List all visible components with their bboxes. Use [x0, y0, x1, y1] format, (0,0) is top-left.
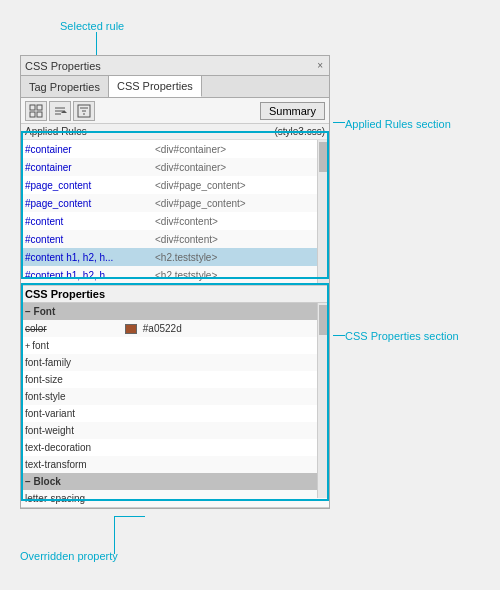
svg-rect-2	[30, 112, 35, 117]
close-button[interactable]: ×	[315, 60, 325, 71]
tab-css-properties[interactable]: CSS Properties	[109, 76, 202, 97]
css-props-scroll[interactable]: − Font color #a0522d +font fo	[21, 303, 329, 508]
scrollbar-thumb	[319, 142, 329, 172]
overridden-vline	[114, 516, 115, 554]
table-row[interactable]: #container <div#container>	[21, 158, 329, 176]
applied-rules-scroll[interactable]: #container <div#container> #container <d…	[21, 140, 329, 285]
selected-rule-annotation: Selected rule	[60, 20, 124, 32]
css-props-line	[333, 335, 345, 336]
tab-bar: Tag Properties CSS Properties	[21, 76, 329, 98]
css-prop-color[interactable]: color #a0522d	[21, 320, 329, 337]
css-properties-annotation: CSS Properties section	[345, 330, 459, 342]
grid-icon	[29, 104, 43, 118]
css-prop-text-decoration[interactable]: text-decoration	[21, 439, 329, 456]
table-row[interactable]: #content <div#content>	[21, 230, 329, 248]
view-btn-1[interactable]	[25, 101, 47, 121]
main-panel: CSS Properties × Tag Properties CSS Prop…	[20, 55, 330, 509]
title-bar: CSS Properties ×	[21, 56, 329, 76]
sort-btn[interactable]	[49, 101, 71, 121]
css-prop-text-transform[interactable]: text-transform	[21, 456, 329, 473]
panel-title: CSS Properties	[25, 60, 101, 72]
css-props-scrollbar-thumb	[319, 305, 329, 335]
table-row-selected[interactable]: #content h1, h2, h... <h2.teststyle>	[21, 248, 329, 266]
table-row[interactable]: #container <div#container>	[21, 140, 329, 158]
applied-rules-scrollbar[interactable]	[317, 140, 329, 284]
table-row[interactable]: #page_content <div#page_content>	[21, 194, 329, 212]
table-row[interactable]: #page_content <div#page_content>	[21, 176, 329, 194]
applied-rules-header: Applied Rules (style3.css)	[21, 124, 329, 140]
css-group-font: − Font	[21, 303, 329, 320]
css-prop-font-size[interactable]: font-size	[21, 371, 329, 388]
applied-rules-table: #container <div#container> #container <d…	[21, 140, 329, 284]
css-props-table: − Font color #a0522d +font fo	[21, 303, 329, 507]
tab-tag-properties[interactable]: Tag Properties	[21, 76, 109, 97]
expand-icon: +	[25, 341, 30, 351]
css-properties-header: CSS Properties	[21, 285, 329, 303]
css-prop-font-variant[interactable]: font-variant	[21, 405, 329, 422]
css-group-block: − Block	[21, 473, 329, 490]
css-props-scrollbar[interactable]	[317, 303, 329, 498]
table-row[interactable]: #content <div#content>	[21, 212, 329, 230]
filter-icon	[77, 104, 91, 118]
toolbar: Summary	[21, 98, 329, 124]
color-swatch	[125, 324, 137, 334]
panel-container: CSS Properties × Tag Properties CSS Prop…	[20, 55, 330, 509]
svg-rect-1	[37, 105, 42, 110]
summary-button[interactable]: Summary	[260, 102, 325, 120]
svg-rect-3	[37, 112, 42, 117]
applied-rules-annotation: Applied Rules section	[345, 118, 451, 130]
css-prop-letter-spacing[interactable]: letter-spacing	[21, 490, 329, 507]
applied-rules-line	[333, 122, 345, 123]
css-prop-font-family[interactable]: font-family	[21, 354, 329, 371]
filter-btn[interactable]	[73, 101, 95, 121]
table-row[interactable]: #content h1, h2, h... <h2.teststyle>	[21, 266, 329, 284]
svg-rect-0	[30, 105, 35, 110]
overridden-annotation: Overridden property	[20, 550, 118, 562]
css-prop-font-weight[interactable]: font-weight	[21, 422, 329, 439]
css-prop-font-style[interactable]: font-style	[21, 388, 329, 405]
overridden-hline	[115, 516, 145, 517]
css-prop-font[interactable]: +font	[21, 337, 329, 354]
sort-icon	[53, 104, 67, 118]
